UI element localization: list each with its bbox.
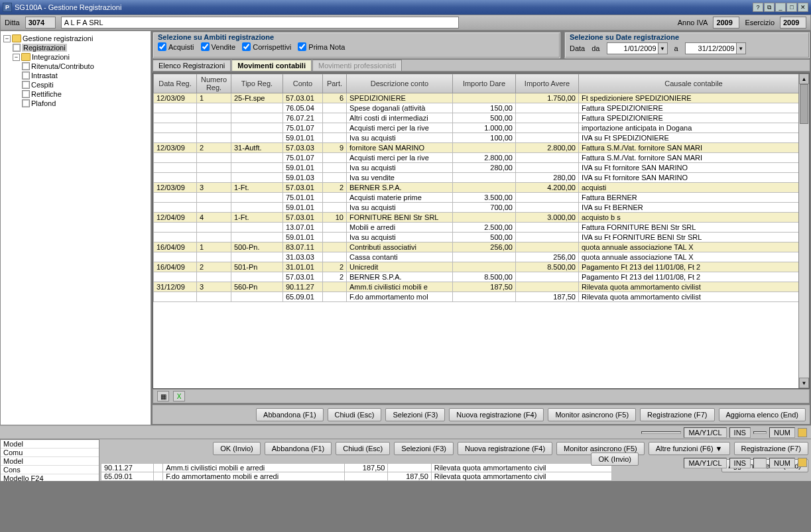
tree-root[interactable]: −Gestione registrazioni xyxy=(3,34,148,43)
ambiti-panel: Selezione su Ambiti registrazione Acquis… xyxy=(153,32,560,58)
bg-status-num: NUM xyxy=(769,458,795,468)
col-part[interactable]: Part. xyxy=(323,74,347,93)
monitor-button[interactable]: Monitor asincrono (F5) xyxy=(548,408,636,421)
folder-icon xyxy=(21,53,31,61)
col-causale[interactable]: Causale contabile xyxy=(579,74,809,93)
list-item[interactable]: Model xyxy=(1,440,99,449)
col-descr[interactable]: Descrizione conto xyxy=(347,74,453,93)
cb-prima-nota[interactable]: Prima Nota xyxy=(298,42,345,51)
table-row[interactable]: 12/03/0931-Ft.57.03.012BERNER S.P.A.4.20… xyxy=(154,183,809,193)
col-dare[interactable]: Importo Dare xyxy=(453,74,516,93)
cb-acquisti[interactable]: Acquisti xyxy=(158,42,194,51)
col-avere[interactable]: Importo Avere xyxy=(516,74,579,93)
help-button[interactable]: ? xyxy=(753,3,763,12)
chevron-down-icon[interactable]: ▼ xyxy=(737,42,746,54)
bg-selezioni-button[interactable]: Selezioni (F3) xyxy=(394,442,454,455)
table-row[interactable]: 76.05.04Spese doganali (attività150,00Fa… xyxy=(154,103,809,113)
status-ins: INS xyxy=(729,427,751,438)
table-row[interactable]: 31.03.03Cassa contanti256,00quota annual… xyxy=(154,252,809,262)
col-tipo[interactable]: Tipo Reg. xyxy=(231,74,283,93)
col-data[interactable]: Data Reg. xyxy=(154,74,197,93)
table-row[interactable]: 31/12/093560-Pn90.11.27Amm.ti civilistic… xyxy=(154,282,809,292)
list-item[interactable]: Cons xyxy=(1,466,99,474)
date-to[interactable]: ▼ xyxy=(685,42,746,54)
minimize-button[interactable]: _ xyxy=(775,3,786,12)
list-item[interactable]: Comu xyxy=(1,449,99,457)
table-row[interactable]: 65.09.01F.do ammortamento mol187,50Rilev… xyxy=(154,292,809,302)
chevron-down-icon[interactable]: ▼ xyxy=(658,42,668,54)
registrazione-button[interactable]: Registrazione (F7) xyxy=(640,408,714,421)
table-row[interactable]: 76.07.21Altri costi di intermediazi500,0… xyxy=(154,113,809,123)
table-row[interactable]: 12/04/0941-Ft.57.03.0110FORNITURE BENI S… xyxy=(154,213,809,223)
tree-plafond[interactable]: Plafond xyxy=(3,99,148,108)
scroll-down-icon[interactable]: ▼ xyxy=(799,378,809,388)
close-button[interactable]: ✕ xyxy=(798,3,808,12)
bg-nuova-button[interactable]: Nuova registrazione (F4) xyxy=(458,442,552,455)
anno-iva-field[interactable]: 2009 xyxy=(713,17,739,28)
abbandona-button[interactable]: Abbandona (F1) xyxy=(256,408,324,421)
table-row[interactable]: 13.07.01Mobili e arredi2.500,00Fattura F… xyxy=(154,223,809,233)
date-from[interactable]: ▼ xyxy=(607,42,668,54)
table-row[interactable]: 75.01.07Acquisti merci per la rive1.000,… xyxy=(154,123,809,133)
table-row[interactable]: 65.09.01F.do ammortamento mobili e arred… xyxy=(101,472,612,481)
nuova-button[interactable]: Nuova registrazione (F4) xyxy=(449,408,544,421)
cb-corrispettivi[interactable]: Corrispettivi xyxy=(242,42,291,51)
scrollbar-vertical[interactable]: ▲ ▼ xyxy=(798,74,809,388)
bg-abbandona-button[interactable]: Abbandona (F1) xyxy=(265,442,332,455)
maximize-button[interactable]: □ xyxy=(786,3,797,12)
bg-registrazione-button[interactable]: Registrazione (F7) xyxy=(734,442,808,455)
list-item[interactable]: Model xyxy=(1,457,99,466)
col-conto[interactable]: Conto xyxy=(283,74,323,93)
ditta-label: Ditta xyxy=(5,19,20,27)
bg-altre-button[interactable]: Altre funzioni (F6) ▼ xyxy=(649,442,730,455)
table-row[interactable]: 16/04/092501-Pn31.01.012Unicredit8.500,0… xyxy=(154,262,809,272)
tree-ritenuta[interactable]: Ritenuta/Contributo xyxy=(3,62,148,71)
bg-ok-button-2[interactable]: OK (Invio) xyxy=(591,452,639,466)
table-row[interactable]: 16/04/091500-Pn.83.07.11Contributi assoc… xyxy=(154,242,809,252)
list-item[interactable]: Modello F24 xyxy=(1,474,99,481)
tree-cespiti[interactable]: Cespiti xyxy=(3,80,148,89)
export-excel-button[interactable]: X xyxy=(173,391,185,401)
restore-button[interactable]: ⧉ xyxy=(764,3,775,12)
selezioni-button[interactable]: Selezioni (F3) xyxy=(385,408,445,421)
tree-integrazioni[interactable]: −Integrazioni xyxy=(3,52,148,62)
cb-vendite[interactable]: Vendite xyxy=(201,42,236,51)
table-row[interactable]: 59.01.01Iva su acquisti100,00IVA su Ft S… xyxy=(154,133,809,143)
grid[interactable]: Data Reg. Numero Reg. Tipo Reg. Conto Pa… xyxy=(153,73,810,389)
tab-elenco[interactable]: Elenco Registrazioni xyxy=(153,60,231,71)
tree-intrastat[interactable]: Intrastat xyxy=(3,71,148,80)
table-row[interactable]: 75.01.01Acquisti materie prime3.500,00Fa… xyxy=(154,193,809,203)
tab-movimenti[interactable]: Movimenti contabili xyxy=(231,60,312,71)
date-panel: Selezione su Date registrazione Data da … xyxy=(564,32,810,58)
bg-ok-button[interactable]: OK (Invio) xyxy=(213,442,261,455)
grid-icon xyxy=(22,72,30,80)
ditta-name-field[interactable]: A L F A SRL xyxy=(61,17,459,28)
esercizio-field[interactable]: 2009 xyxy=(780,17,806,28)
anno-iva-label: Anno IVA xyxy=(678,19,708,27)
table-row[interactable]: 90.11.27Amm.ti civilistici mobili e arre… xyxy=(101,464,612,472)
data-label: Data xyxy=(570,44,585,52)
bg-left-list[interactable]: ModelComuModelConsModello F24Gestione Pr… xyxy=(0,439,99,481)
esercizio-label: Esercizio xyxy=(745,19,775,27)
table-row[interactable]: 12/03/09231-Autft.57.03.039fornitore SAN… xyxy=(154,143,809,153)
scroll-thumb[interactable] xyxy=(800,84,808,124)
grid-icon xyxy=(22,90,30,98)
grid-options-button[interactable]: ▦ xyxy=(157,391,169,401)
scroll-up-icon[interactable]: ▲ xyxy=(799,74,809,84)
table-row[interactable]: 59.01.01Iva su acquisti500,00IVA su Ft F… xyxy=(154,233,809,242)
table-row[interactable]: 75.01.07Acquisti merci per la rive2.800,… xyxy=(154,153,809,163)
table-row[interactable]: 12/03/09125-Ft.spe57.03.016SPEDIZIONIERE… xyxy=(154,93,809,103)
table-row[interactable]: 59.01.03Iva su vendite280,00IVA su Ft fo… xyxy=(154,173,809,183)
tree-rettifiche[interactable]: Rettifiche xyxy=(3,89,148,99)
aggiorna-button[interactable]: Aggiorna elenco (End) xyxy=(719,408,806,421)
chiudi-button[interactable]: Chiudi (Esc) xyxy=(328,408,382,421)
col-num[interactable]: Numero Reg. xyxy=(197,74,231,93)
bg-chiudi-button[interactable]: Chiudi (Esc) xyxy=(336,442,390,455)
table-row[interactable]: 59.01.01Iva su acquisti280,00IVA su Ft f… xyxy=(154,163,809,173)
ditta-code-field[interactable]: 3074 xyxy=(25,17,56,28)
tree-registrazioni[interactable]: Registrazioni xyxy=(3,43,148,52)
bg-mini-grid: 90.11.27Amm.ti civilistici mobili e arre… xyxy=(101,463,612,481)
folder-icon xyxy=(12,34,21,42)
table-row[interactable]: 59.01.01Iva su acquisti700,00IVA su Ft B… xyxy=(154,203,809,213)
table-row[interactable]: 57.03.012BERNER S.P.A.8.500,00Pagamento … xyxy=(154,272,809,282)
